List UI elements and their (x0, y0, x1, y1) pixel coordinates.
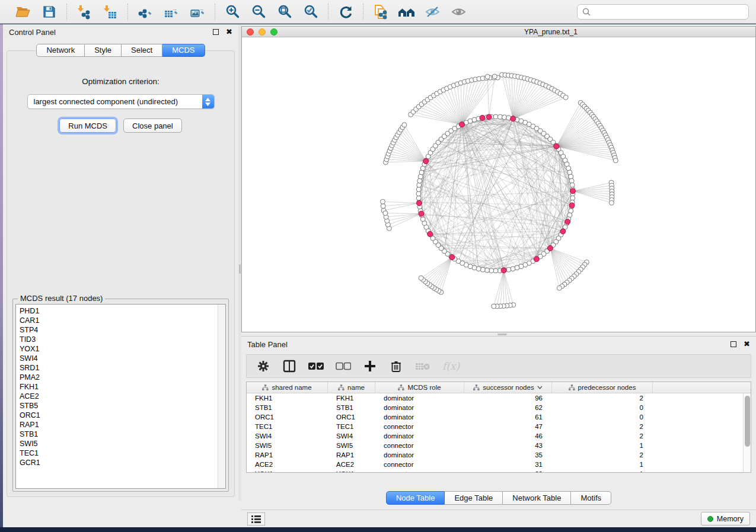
hide-selected-icon[interactable] (424, 4, 442, 20)
mcds-result-item[interactable]: STB5 (20, 401, 225, 411)
mcds-node[interactable] (565, 219, 570, 225)
zoom-fit-icon[interactable] (276, 4, 294, 20)
network-leaf-node[interactable] (492, 304, 496, 309)
mcds-result-item[interactable]: SWI5 (20, 439, 225, 448)
mcds-node[interactable] (547, 245, 553, 251)
column-header-successor-nodes[interactable]: successor nodes (464, 382, 552, 393)
table-row[interactable]: SWI4SWI4dominator462 (247, 431, 743, 441)
tab-node-table[interactable]: Node Table (386, 491, 445, 505)
deselect-all-icon[interactable] (336, 358, 351, 374)
show-all-icon[interactable] (450, 4, 468, 20)
table-row[interactable]: TEC1TEC1connector472 (247, 422, 743, 431)
float-table-panel-icon[interactable] (731, 341, 736, 347)
mcds-result-item[interactable]: STB1 (20, 430, 225, 439)
network-node[interactable] (569, 178, 574, 183)
mcds-node[interactable] (569, 203, 575, 208)
network-node[interactable] (417, 182, 422, 187)
network-leaf-node[interactable] (609, 200, 614, 205)
mcds-node[interactable] (554, 143, 559, 149)
network-node[interactable] (511, 267, 515, 271)
mcds-result-item[interactable]: PMA2 (20, 373, 225, 382)
apply-layout-icon[interactable] (337, 4, 355, 20)
mcds-node[interactable] (428, 231, 433, 236)
search-input[interactable] (594, 7, 744, 16)
column-header-shared-name[interactable]: shared name (247, 382, 328, 393)
panel-list-icon[interactable] (247, 512, 265, 525)
mcds-node[interactable] (449, 255, 455, 260)
zoom-in-icon[interactable] (224, 4, 241, 20)
mcds-result-list[interactable]: PHD1CAR1STP4TID3YOX1SWI4SRD1PMA2FKH1ACE2… (15, 304, 226, 489)
scrollbar-thumb[interactable] (745, 396, 750, 447)
table-row[interactable]: SWI5SWI5connector431 (247, 441, 743, 450)
network-leaf-node[interactable] (402, 123, 407, 127)
mcds-result-item[interactable]: PHD1 (20, 306, 225, 316)
export-table-icon[interactable] (162, 4, 180, 20)
network-node[interactable] (484, 268, 489, 273)
zoom-selected-icon[interactable] (302, 4, 320, 20)
optimization-criterion-select[interactable]: largest connected component (undirected) (27, 94, 215, 109)
network-leaf-node[interactable] (613, 158, 618, 163)
tab-network[interactable]: Network (36, 44, 85, 57)
network-leaf-node[interactable] (485, 74, 490, 79)
import-network-icon[interactable] (75, 4, 93, 20)
network-node[interactable] (489, 268, 494, 273)
network-node[interactable] (497, 114, 502, 119)
mcds-result-item[interactable]: FKH1 (20, 382, 225, 392)
export-network-icon[interactable] (136, 4, 154, 20)
add-column-icon[interactable] (363, 358, 377, 374)
mcds-node[interactable] (419, 211, 424, 216)
mcds-result-item[interactable]: SRD1 (20, 363, 225, 373)
open-session-icon[interactable] (14, 4, 32, 20)
close-table-panel-icon[interactable]: ✖ (744, 341, 750, 347)
network-leaf-node[interactable] (492, 74, 497, 79)
network-node[interactable] (569, 174, 573, 179)
network-leaf-node[interactable] (557, 286, 562, 290)
close-panel-icon[interactable]: ✖ (226, 29, 232, 35)
network-canvas[interactable] (242, 38, 755, 332)
tab-select[interactable]: Select (122, 44, 162, 57)
import-table-icon[interactable] (101, 4, 119, 20)
network-node[interactable] (417, 178, 422, 183)
search-box[interactable] (577, 4, 749, 20)
table-row[interactable]: YOX1YOX1connector291 (247, 469, 743, 472)
toggle-panel-icon[interactable] (282, 358, 296, 374)
tab-network-table[interactable]: Network Table (503, 491, 571, 505)
table-row[interactable]: STB1STB1dominator620 (247, 403, 743, 412)
network-node[interactable] (416, 187, 421, 192)
mcds-node[interactable] (560, 229, 566, 234)
mcds-result-item[interactable]: TEC1 (20, 448, 225, 458)
new-network-from-selection-icon[interactable] (372, 4, 390, 20)
mcds-result-item[interactable]: STP4 (20, 325, 225, 335)
zoom-out-icon[interactable] (250, 4, 267, 20)
network-leaf-node[interactable] (381, 204, 385, 209)
mcds-node[interactable] (416, 200, 422, 206)
network-leaf-node[interactable] (380, 199, 385, 204)
table-row[interactable]: ACE2ACE2connector311 (247, 460, 743, 469)
table-settings-icon[interactable] (256, 358, 270, 374)
export-image-icon[interactable] (189, 4, 206, 20)
table-row[interactable]: ORC1ORC1dominator610 (247, 412, 743, 422)
float-panel-icon[interactable] (213, 29, 219, 35)
column-header-MCDS-role[interactable]: MCDS role (375, 382, 464, 393)
mcds-node[interactable] (460, 122, 465, 127)
column-header-predecessor-nodes[interactable]: predecessor nodes (552, 382, 653, 393)
network-node[interactable] (506, 267, 511, 272)
table-row[interactable]: RAP1RAP1dominator352 (247, 450, 743, 460)
mcds-node[interactable] (511, 116, 516, 121)
tab-motifs[interactable]: Motifs (571, 491, 611, 505)
mcds-node[interactable] (486, 114, 492, 120)
mcds-result-item[interactable]: RAP1 (20, 420, 225, 430)
mcds-result-item[interactable]: CAR1 (20, 316, 225, 325)
mcds-node[interactable] (534, 257, 539, 262)
tab-edge-table[interactable]: Edge Table (445, 491, 503, 505)
memory-button[interactable]: Memory (701, 512, 750, 525)
select-all-icon[interactable] (308, 358, 324, 374)
mcds-result-item[interactable]: SWI4 (20, 354, 225, 363)
table-row[interactable]: FKH1FKH1dominator962 (247, 393, 743, 403)
delete-column-icon[interactable] (389, 358, 403, 374)
network-leaf-node[interactable] (383, 211, 388, 216)
network-node[interactable] (502, 115, 507, 120)
first-neighbors-icon[interactable] (398, 4, 416, 20)
close-window-icon[interactable] (247, 28, 254, 36)
maximize-window-icon[interactable] (270, 28, 277, 36)
